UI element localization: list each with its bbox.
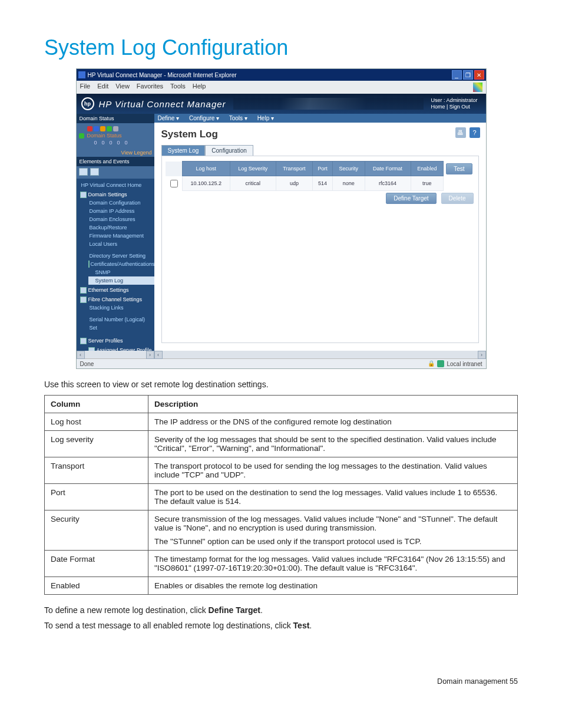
test-button[interactable]: Test xyxy=(446,163,472,174)
content-heading: System Log xyxy=(161,129,479,140)
table-row: TransportThe transport protocol to be us… xyxy=(45,457,518,484)
table-row: EnabledEnables or disables the remote lo… xyxy=(45,577,518,595)
maximize-button[interactable]: ❐ xyxy=(463,70,473,80)
content-scrollbar[interactable]: ‹› xyxy=(154,351,486,358)
menu-help[interactable]: Help xyxy=(193,83,206,92)
cell-dateformat: rfc3164 xyxy=(365,176,411,191)
col-name: Transport xyxy=(45,457,148,484)
domain-status-label: Domain Status xyxy=(87,133,122,139)
table-row[interactable]: 10.100.125.2 critical udp 514 none rfc31… xyxy=(166,176,475,191)
cell-transport: udp xyxy=(276,176,312,191)
th-dateformat: Date Format xyxy=(365,162,411,176)
view-legend-link[interactable]: View Legend xyxy=(121,150,152,156)
menu-help-app[interactable]: Help ▾ xyxy=(257,115,274,121)
nav-domain-settings[interactable]: Domain Settings xyxy=(80,190,154,199)
hp-logo-icon: hp xyxy=(81,97,94,110)
col-name: Date Format xyxy=(45,551,148,577)
test-instruction: To send a test message to all enabled re… xyxy=(44,621,518,630)
th-loghost: Log host xyxy=(182,162,230,176)
status-count-2: 0 xyxy=(110,140,113,146)
th-enabled: Enabled xyxy=(411,162,444,176)
ie-statusbar: Done Local intranet xyxy=(77,358,486,368)
ie-menubar: File Edit View Favorites Tools Help xyxy=(77,81,486,94)
minimize-button[interactable]: _ xyxy=(452,70,462,80)
nav-syslog[interactable]: System Log xyxy=(88,276,154,285)
delete-button[interactable]: Delete xyxy=(441,193,474,204)
nav-domain-enc[interactable]: Domain Enclosures xyxy=(88,215,154,223)
domain-status-header: Domain Status xyxy=(77,114,154,123)
page-title: System Log Configuration xyxy=(44,35,518,60)
menu-favorites[interactable]: Favorites xyxy=(137,83,163,92)
th-security: Security xyxy=(332,162,365,176)
nav-domain-config[interactable]: Domain Configuration xyxy=(88,199,154,207)
col-name: Port xyxy=(45,484,148,510)
table-row: Log hostThe IP address or the DNS of the… xyxy=(45,413,518,431)
page-footer: Domain management 55 xyxy=(44,677,518,686)
nav-domain-ip[interactable]: Domain IP Address xyxy=(88,207,154,215)
nav-server-profiles[interactable]: Server Profiles xyxy=(80,337,154,345)
overall-status-icon xyxy=(79,133,84,139)
app-window: HP Virtual Connect Manager - Microsoft I… xyxy=(76,68,487,369)
col-desc: The timestamp format for the log message… xyxy=(148,551,518,577)
menu-file[interactable]: File xyxy=(80,83,91,92)
col-desc: The IP address or the DNS of the configu… xyxy=(148,413,518,431)
define-target-button[interactable]: Define Target xyxy=(386,193,436,204)
menu-tools[interactable]: Tools xyxy=(170,83,186,92)
status-critical-icon xyxy=(87,126,92,131)
user-label: User : Administrator xyxy=(431,97,477,104)
th-description: Description xyxy=(148,396,518,413)
intro-text: Use this screen to view or set remote lo… xyxy=(44,380,518,389)
nav-dirserv[interactable]: Directory Server Setting xyxy=(88,252,154,260)
app-title: HP Virtual Connect Manager xyxy=(99,99,226,109)
col-desc: The transport protocol to be used for se… xyxy=(148,457,518,484)
nav-home[interactable]: HP Virtual Connect Home xyxy=(80,181,154,189)
status-count-3: 0 xyxy=(117,140,120,146)
help-icon[interactable]: ? xyxy=(470,127,480,138)
th-severity: Log Severity xyxy=(230,162,276,176)
sidebar-scrollbar[interactable]: ‹› xyxy=(77,351,154,358)
menu-define[interactable]: Define ▾ xyxy=(158,115,180,121)
nav-snmp[interactable]: SNMP xyxy=(88,268,154,276)
th-column: Column xyxy=(45,396,148,413)
nav-fibre[interactable]: Fibre Channel Settings xyxy=(80,295,154,304)
nav-backup[interactable]: Backup/Restore xyxy=(88,223,154,232)
row-checkbox[interactable] xyxy=(170,180,178,187)
ie-flag-icon xyxy=(473,83,482,92)
menu-view[interactable]: View xyxy=(115,83,130,92)
status-warning-icon xyxy=(100,126,105,131)
home-signout[interactable]: Home | Sign Out xyxy=(431,104,477,110)
close-button[interactable]: ✕ xyxy=(474,70,484,80)
nav-serial[interactable]: Serial Number (Logical) Set xyxy=(88,315,154,332)
tab-configuration[interactable]: Configuration xyxy=(205,145,253,156)
sidebar: Domain Status Domain Status xyxy=(77,114,154,358)
print-icon[interactable]: 🖶 xyxy=(455,127,466,138)
col-name: Log host xyxy=(45,413,148,431)
app-banner: hp HP Virtual Connect Manager User : Adm… xyxy=(77,94,486,114)
tab-systemlog[interactable]: System Log xyxy=(161,145,206,156)
tree-toggle-1[interactable] xyxy=(79,168,88,176)
status-ok-icon xyxy=(107,126,112,131)
status-unknown-icon xyxy=(113,126,118,131)
col-desc: Severity of the log messages that should… xyxy=(148,431,518,457)
window-titlebar: HP Virtual Connect Manager - Microsoft I… xyxy=(77,69,486,81)
col-name: Log severity xyxy=(45,431,148,457)
menu-edit[interactable]: Edit xyxy=(97,83,108,92)
table-row: Date FormatThe timestamp format for the … xyxy=(45,551,518,577)
nav-certs[interactable]: Certificates/Authentications xyxy=(90,261,154,267)
tree-toggle-2[interactable] xyxy=(90,168,99,176)
status-info-icon xyxy=(94,126,99,131)
col-desc: Secure transmission of the log messages.… xyxy=(148,510,518,551)
nav-assigned[interactable]: Assigned Server Profile xyxy=(88,346,154,351)
col-name: Security xyxy=(45,510,148,551)
ie-icon xyxy=(78,71,85,78)
menu-configure[interactable]: Configure ▾ xyxy=(189,115,219,121)
th-port: Port xyxy=(313,162,333,176)
nav-stacking[interactable]: Stacking Links xyxy=(88,304,154,312)
menu-tools-app[interactable]: Tools ▾ xyxy=(229,115,247,121)
nav-local-users[interactable]: Local Users xyxy=(88,240,154,248)
status-count-0: 0 xyxy=(94,140,97,146)
col-desc: The port to be used on the destination t… xyxy=(148,484,518,510)
nav-ethernet[interactable]: Ethernet Settings xyxy=(80,286,154,294)
nav-firmware[interactable]: Firmware Management xyxy=(88,232,154,240)
status-count-1: 0 xyxy=(102,140,105,146)
